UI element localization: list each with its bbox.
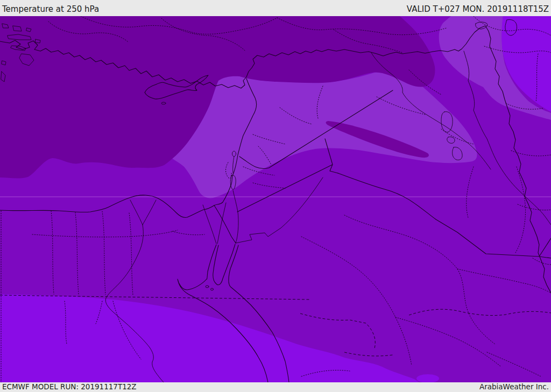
shade-bright-blob	[416, 374, 439, 383]
model-run-label: ECMWF MODEL RUN: 20191117T12Z	[2, 382, 137, 391]
header-bar: Temperature at 250 hPa VALID T+027 MON. …	[0, 0, 551, 16]
temperature-shading	[0, 16, 551, 383]
validity-label: VALID T+027 MON. 20191118T15Z	[407, 4, 549, 14]
weather-map-screen: Temperature at 250 hPa VALID T+027 MON. …	[0, 0, 551, 392]
map-title: Temperature at 250 hPa	[2, 4, 99, 14]
credit-label: ArabiaWeather Inc.	[479, 382, 549, 391]
footer-bar: ECMWF MODEL RUN: 20191117T12Z ArabiaWeat…	[0, 382, 551, 392]
temperature-map	[0, 0, 551, 392]
